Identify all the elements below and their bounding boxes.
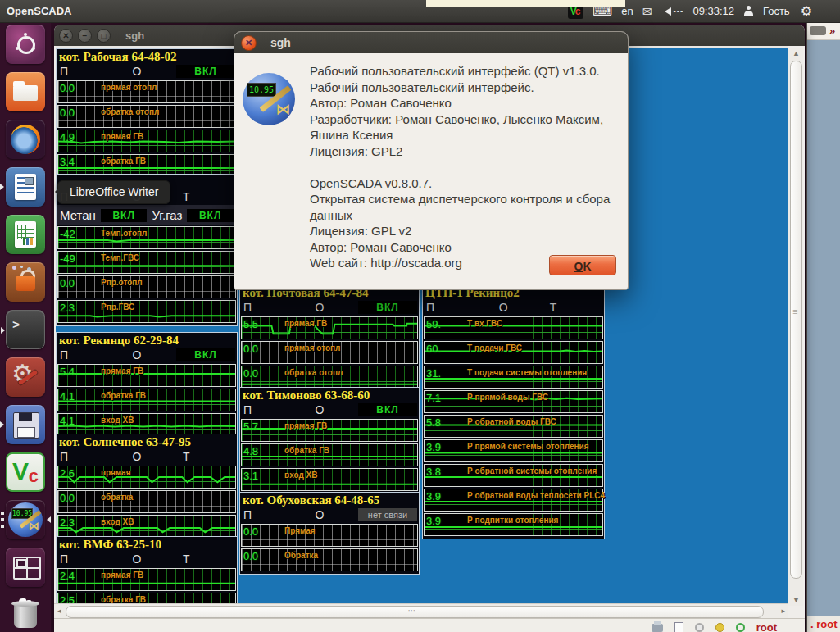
status-badge: ВКЛ [176,65,235,78]
boiler-panel[interactable]: кот. Тимоново 63-68-60ПОТВКЛ5.7прямая ГВ… [239,387,420,494]
trend-strip[interactable]: 3.8Р обратной системы отопления [424,464,603,487]
trend-value: 60. [426,343,441,355]
gear-icon[interactable]: ⚙ [801,3,812,19]
scroll-down-arrow[interactable]: ▼ [792,596,800,604]
trend-strip[interactable]: 4.1обратка ГВ [57,389,236,411]
horizontal-scrollbar[interactable]: ◂ ▸ [54,603,788,619]
toolbar-overflow-chevron[interactable]: » [829,25,835,37]
libreoffice-writer-icon[interactable] [6,167,45,207]
trend-strip[interactable]: 0.0прямая отопл [241,341,418,364]
coal-gas-label: Уг.газ [152,208,182,222]
trend-label: прямая отопл [101,83,157,92]
ok-button[interactable]: OK [549,255,616,275]
trend-label: Р прямой системы отопления [467,442,589,451]
trend-strip[interactable]: 2.3вход ХВ [57,515,236,538]
trend-strip[interactable]: 2.3Рпр.ГВС [57,300,236,323]
boiler-panel[interactable]: кот. Почтовая 64-47-84ПОТВКЛ5.5прямая ГВ… [239,284,420,392]
dialog-close-icon[interactable]: ✕ [241,35,257,51]
toolbar-button[interactable] [810,26,826,35]
trend-value: 5.5 [243,318,258,330]
trend-strip[interactable]: 0.0обратка отопл [241,366,418,389]
trend-strip[interactable]: 3.9Р прямой системы отопления [424,439,603,462]
document-icon[interactable] [674,622,683,632]
trend-strip[interactable]: 5.4прямая ГВ [57,364,236,387]
trend-strip[interactable]: 0.0Обратка [241,548,418,571]
trend-value: 3.9 [426,490,441,502]
trend-strip[interactable]: 2.4прямая ГВ [57,568,236,591]
clock[interactable]: 09:33:12 [692,5,734,17]
maximize-button[interactable]: □ [97,29,111,43]
close-button[interactable]: ✕ [59,29,73,43]
trash-icon[interactable] [6,595,45,632]
vertical-scrollbar[interactable]: ▲ ▼ [788,48,803,606]
trend-strip[interactable]: -49Темп.ГВС [57,251,236,274]
trend-value: -42 [60,228,75,240]
terminal-glyph: >_ [12,319,27,333]
boiler-panel[interactable]: кот. Солнечное 63-47-95ПОТ2.6прямая0.0об… [56,434,238,541]
trend-strip[interactable]: 3.9Р обратной воды теплосети PLC4 [424,489,603,512]
system-settings-icon[interactable]: ⚙ [6,357,45,397]
workspace-switcher-icon[interactable] [6,548,45,587]
mail-icon[interactable]: ✉ [642,5,652,18]
scroll-left-arrow[interactable]: ◂ [57,607,61,615]
horizontal-scroll-thumb[interactable] [66,606,764,618]
trend-strip[interactable]: 5.5прямая ГВ [241,316,418,339]
scroll-right-arrow[interactable]: ▸ [781,607,785,615]
boiler-panel[interactable]: ЦТП-1 Рекинцо2ПОТ59.Т вх ГВС60.Т подачи … [422,284,605,539]
trend-label: Р обратной системы отопления [467,466,597,475]
trend-strip[interactable]: 5.7прямая ГВ [241,419,418,442]
trend-strip[interactable]: 3.9Р подпитки отопления [424,513,603,536]
boiler-panel[interactable]: кот. Рекинцо 62-29-84ПОТВКЛ5.4прямая ГВ4… [56,332,238,439]
menu-highlight-strip [426,0,625,7]
trend-label: Т подачи системы отопления [467,368,587,377]
scroll-up-arrow[interactable]: ▲ [792,49,800,57]
session-user[interactable]: Гость [763,5,790,17]
trend-strip[interactable]: 0.0Рпр.отопл [57,275,236,298]
trend-strip[interactable]: 3.1вход ХВ [241,468,418,491]
trend-strip[interactable]: 0.0Прямая [241,524,418,547]
panel-title: кот. Рекинцо 62-29-84 [57,333,237,348]
trend-strip[interactable]: 7.1Р прямой воды ГВС [424,390,603,413]
trend-strip[interactable]: 4.1вход ХВ [57,413,236,436]
ubuntu-dash-icon[interactable] [6,25,45,64]
minimize-button[interactable]: − [78,29,92,43]
terminal-icon[interactable]: >_ [6,310,45,349]
openscada-config-icon[interactable] [6,405,45,444]
panel-header: ПОТнет связи [240,507,419,523]
trend-strip[interactable]: 59.Т вх ГВС [424,316,603,339]
paragraph-gap [310,159,621,175]
software-center-icon[interactable] [6,262,45,302]
vnc-c: c [29,466,39,487]
trend-strip[interactable]: 0.0обратка отопл [57,105,236,128]
boiler-panel[interactable]: кот. Обуховская 64-48-65ПОТнет связи0.0П… [239,492,420,575]
vnc-viewer-icon[interactable]: Vc [6,452,45,492]
trend-strip[interactable]: 2.6прямая [57,466,236,489]
firefox-icon[interactable] [6,120,45,159]
openscada-icon[interactable]: 10.95⋈ [6,500,45,539]
current-user-label[interactable]: root [756,621,777,632]
dialog-titlebar[interactable]: ✕ sgh [234,32,628,53]
trend-strip[interactable]: 60.Т подачи ГВС [424,341,603,364]
vertical-scroll-thumb[interactable] [790,61,802,579]
libreoffice-calc-icon[interactable] [6,215,45,254]
trend-value: 7.1 [426,392,441,404]
trend-label: Т подачи ГВС [467,343,522,352]
boiler-panel[interactable]: кот. Рабочая 64-48-02ПОТВКЛ0.0прямая ото… [56,48,238,180]
trend-strip[interactable]: -42Темп.отопл [57,226,236,249]
trend-strip[interactable]: 5.8Р обратной воды ГВС [424,415,603,438]
trend-strip[interactable]: 4.8обратка ГВ [241,443,418,466]
trend-label: Темп.ГВС [101,253,139,262]
top-panel: OpenSCADA Vc ⌨ en ✉ --- 09:33:12 Гость ⚙ [0,0,840,23]
ubuntu-dots [24,33,27,36]
keyboard-layout[interactable]: en [621,5,633,17]
boiler-panel[interactable]: кот. ВМФ 63-25-10ПОТ2.4прямая ГВ2.5обрат… [56,536,238,606]
trend-value: 3.1 [243,470,258,482]
trend-strip[interactable]: 0.0обратка [57,490,236,513]
volume-icon[interactable]: --- [661,7,683,16]
trend-strip[interactable]: 31.Т подачи системы отопления [424,366,603,389]
header-letter: Т [183,552,190,567]
trend-strip[interactable]: 0.0прямая отопл [57,80,236,103]
files-icon[interactable] [6,72,45,111]
print-icon[interactable] [652,624,663,632]
trend-strip[interactable]: 4.9прямая ГВ [57,130,236,152]
